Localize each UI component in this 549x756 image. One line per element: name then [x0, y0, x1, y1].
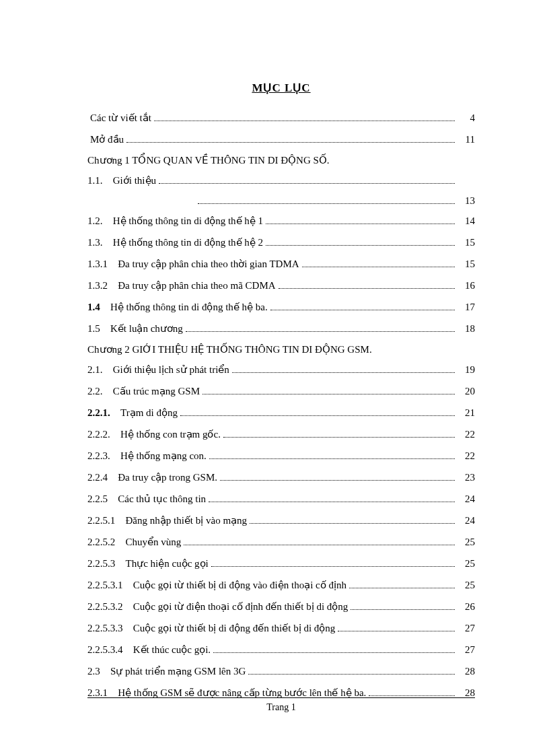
page-title: MỤC LỤC [87, 81, 475, 95]
toc-page-number: 15 [458, 257, 475, 271]
toc-leader-dots [126, 142, 455, 143]
toc-leader-dots [266, 245, 455, 246]
toc-leader-dots [270, 310, 455, 310]
toc-entry: 1.3.2 Đa truy cập phân chia theo mã CDMA… [87, 279, 475, 293]
toc-leader-dots [209, 458, 455, 459]
toc-leader-dots [186, 331, 455, 332]
toc-entry-number: 2.1. [87, 363, 103, 377]
toc-leader-dots [154, 121, 455, 121]
toc-leader-dots [184, 545, 455, 545]
table-of-contents: Các từ viết tắt4Mở đầu11Chương 1 TỔNG QU… [87, 111, 475, 700]
toc-page-number: 21 [458, 406, 475, 420]
toc-entry-number: 1.4 [87, 300, 100, 314]
toc-leader-dots [266, 224, 455, 224]
toc-entry: 2.1. Giới thiệu lịch sử phát triển19 [87, 363, 475, 377]
toc-leader-dots [223, 437, 455, 438]
toc-page-number: 23 [458, 471, 475, 485]
toc-page-number: 28 [458, 664, 475, 679]
toc-page-number: 15 [458, 236, 475, 250]
toc-page-number: 25 [458, 535, 475, 549]
toc-page-number: 17 [458, 300, 475, 314]
toc-entry-title: Đăng nhập thiết bị vào mạng [126, 514, 248, 528]
toc-entry-title: Giới thiệu [113, 174, 156, 188]
toc-leader-dots [232, 372, 455, 373]
toc-page-number: 16 [458, 279, 475, 293]
toc-entry-number: 2.2.5.2 [87, 535, 115, 549]
toc-entry-title: Kết thúc cuộc gọi. [133, 643, 211, 657]
toc-leader-dots [213, 652, 455, 653]
toc-entry-title: Hệ thống con trạm gốc. [120, 427, 221, 442]
toc-entry-title: Hệ thống mạng con. [120, 449, 207, 463]
toc-entry-number: 2.2. [87, 384, 103, 399]
toc-entry-title: Sự phát triển mạng GSM lên 3G [110, 664, 246, 679]
toc-entry: 2.2.5.3.1 Cuộc gọi từ thiết bị di động v… [87, 578, 475, 592]
toc-entry: 2.2.5.3.2 Cuộc gọi từ điện thoại cố định… [87, 600, 475, 614]
toc-entry-title: Thực hiện cuộc gọi [126, 557, 209, 571]
toc-leader-dots [250, 523, 455, 524]
toc-page-number: 22 [458, 449, 475, 463]
toc-entry-number: 2.2.5.3.3 [87, 621, 123, 635]
toc-entry-title: Cuộc gọi từ thiết bị di động vào điện th… [133, 578, 346, 592]
toc-leader-dots [248, 674, 455, 675]
toc-page-number: 22 [458, 427, 475, 442]
toc-entry-title: Đa truy cập phân chia theo thời gian TDM… [118, 257, 299, 271]
toc-page-number: 18 [458, 322, 475, 336]
toc-chapter-heading: Chương 1 TỔNG QUAN VỀ THÔNG TIN DI ĐỘNG … [87, 154, 475, 166]
toc-entry-title: Cuộc gọi từ điện thoại cố định đến thiết… [133, 600, 349, 614]
toc-entry-title: Cuộc gọi từ thiết bị di động đến thiết b… [133, 621, 336, 635]
toc-entry-number: 2.2.5.3.4 [87, 643, 123, 657]
toc-entry-number: 1.5 [87, 322, 100, 336]
toc-entry: 2.3 Sự phát triển mạng GSM lên 3G28 [87, 664, 475, 679]
toc-leader-dots [351, 609, 455, 610]
toc-leader-dots [180, 415, 455, 416]
toc-leader-dots [338, 631, 455, 631]
toc-entry-title: Chuyển vùng [126, 535, 182, 549]
toc-entry: 2.2.4 Đa truy cập trong GSM.23 [87, 471, 475, 485]
toc-leader-dots [198, 203, 455, 204]
toc-entry: 2.2.5.2 Chuyển vùng25 [87, 535, 475, 549]
toc-entry: 1.1. Giới thiệu [87, 174, 475, 188]
toc-leader-dots [302, 267, 455, 267]
toc-entry-number: 2.2.1. [87, 406, 110, 420]
toc-entry-number: 2.2.5.1 [87, 514, 115, 528]
toc-entry: 2.2.5.3.4 Kết thúc cuộc gọi.27 [87, 643, 475, 657]
toc-entry: 1.5 Kết luận chương18 [87, 322, 475, 336]
toc-entry-title: Trạm di động [120, 406, 178, 420]
toc-entry: 1.2. Hệ thống thông tin di động thế hệ 1… [87, 214, 475, 228]
toc-entry: 2.2. Cấu trúc mạng GSM20 [87, 384, 475, 399]
toc-entry-title: Đa truy cập trong GSM. [118, 471, 217, 485]
toc-leader-dots [220, 480, 455, 481]
toc-leader-dots [369, 695, 455, 696]
toc-leader-dots [349, 588, 455, 588]
toc-page-number: 19 [458, 363, 475, 377]
toc-entry: 1.3. Hệ thống thông tin di động thế hệ 2… [87, 236, 475, 250]
toc-entry-title: Đa truy cập phân chia theo mã CDMA [118, 279, 275, 293]
toc-entry-number: 1.3. [87, 236, 103, 250]
toc-leader-dots [279, 288, 455, 289]
toc-entry-title: Giới thiệu lịch sử phát triển [113, 363, 229, 377]
toc-entry: 2.2.5.3 Thực hiện cuộc gọi25 [87, 557, 475, 571]
toc-page-number: 24 [458, 492, 475, 506]
toc-entry: Các từ viết tắt4 [87, 111, 475, 125]
toc-entry-title: Hệ thống thông tin di động thế hệ 2 [113, 236, 263, 250]
toc-page-number: 14 [458, 214, 475, 228]
toc-entry-number: 2.2.4 [87, 471, 108, 485]
toc-entry-title: Hệ thống thông tin di động thế hệ ba. [110, 300, 268, 314]
toc-entry: 2.2.5 Các thủ tục thông tin24 [87, 492, 475, 506]
toc-entry: 2.2.2. Hệ thống con trạm gốc.22 [87, 427, 475, 442]
toc-entry-title: Kết luận chương [110, 322, 183, 336]
toc-entry: 2.2.5.3.3 Cuộc gọi từ thiết bị di động đ… [87, 621, 475, 635]
toc-entry-number: 2.2.5.3.1 [87, 578, 123, 592]
toc-entry-title: Mở đầu [90, 133, 124, 147]
toc-entry-number: 2.2.5 [87, 492, 108, 506]
footer-page-number: Trang 1 [87, 702, 475, 713]
toc-entry-title: Hệ thống thông tin di động thế hệ 1 [113, 214, 263, 228]
toc-entry: 1.3.1 Đa truy cập phân chia theo thời gi… [87, 257, 475, 271]
toc-page-number: 27 [458, 621, 475, 635]
toc-entry: 2.2.5.1 Đăng nhập thiết bị vào mạng24 [87, 514, 475, 528]
toc-entry-number: 1.1. [87, 174, 103, 188]
toc-entry-number: 1.2. [87, 214, 103, 228]
toc-page-number: 20 [458, 384, 475, 399]
toc-page-number: 24 [458, 514, 475, 528]
toc-entry-title: Các thủ tục thông tin [118, 492, 206, 506]
